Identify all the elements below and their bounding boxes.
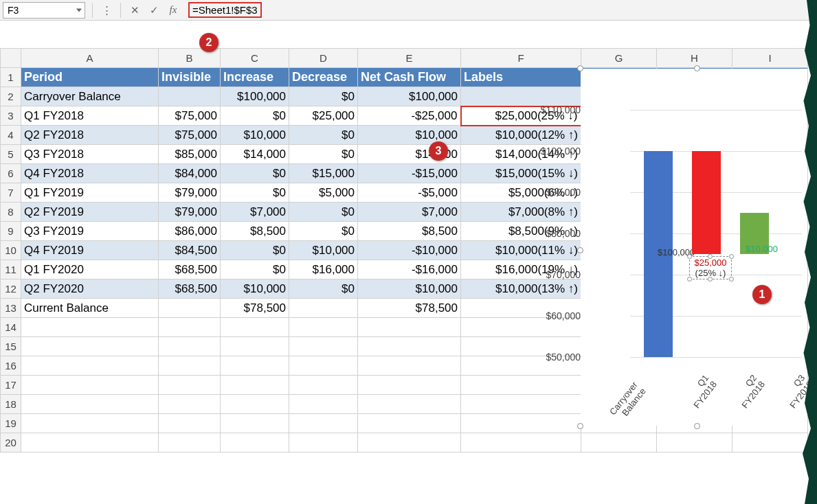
cell[interactable]: Carryover Balance — [21, 87, 159, 106]
cell[interactable] — [221, 414, 289, 433]
cell[interactable] — [289, 433, 358, 453]
formula-input[interactable]: =Sheet1!$F$3 — [183, 1, 817, 19]
row-header[interactable]: 6 — [1, 164, 21, 183]
cell[interactable] — [21, 318, 159, 337]
cell[interactable] — [358, 356, 461, 376]
cell[interactable]: -$10,000 — [358, 241, 461, 260]
cell[interactable]: $8,500 — [358, 222, 461, 241]
row-header[interactable]: 17 — [1, 376, 21, 395]
cell[interactable] — [21, 376, 159, 395]
cell[interactable]: Decrease — [289, 68, 358, 87]
cell[interactable]: $15,000 — [289, 164, 358, 183]
cell[interactable]: $25,000 — [289, 106, 358, 126]
cell[interactable]: $8,500 — [221, 222, 289, 241]
row-header[interactable]: 19 — [1, 414, 21, 433]
row-header[interactable]: 20 — [1, 433, 21, 453]
cell[interactable]: Q4 FY2018 — [21, 164, 159, 183]
cell[interactable]: Q2 FY2020 — [21, 279, 159, 299]
enter-formula-icon[interactable]: ✓ — [144, 4, 164, 16]
cell[interactable]: $0 — [289, 87, 358, 106]
cell[interactable] — [159, 87, 221, 106]
cell[interactable]: $79,000 — [159, 203, 221, 222]
cell[interactable] — [289, 395, 358, 414]
cell[interactable]: Invisible — [159, 68, 221, 87]
cell[interactable] — [358, 318, 461, 337]
cell[interactable] — [221, 356, 289, 376]
col-header-F[interactable]: F — [461, 49, 581, 68]
cell[interactable] — [221, 433, 289, 453]
cell[interactable]: $10,000 — [221, 279, 289, 299]
cell[interactable] — [221, 318, 289, 337]
cell[interactable]: $0 — [221, 241, 289, 260]
col-header-E[interactable]: E — [358, 49, 461, 68]
cell[interactable]: $0 — [289, 126, 358, 145]
fx-icon[interactable]: fx — [164, 4, 183, 16]
row-header[interactable]: 1 — [1, 68, 21, 87]
col-header-A[interactable]: A — [21, 49, 159, 68]
cell[interactable] — [159, 376, 221, 395]
cell[interactable]: Net Cash Flow — [358, 68, 461, 87]
chevron-down-icon[interactable] — [76, 8, 82, 12]
cell[interactable]: Increase — [221, 68, 289, 87]
cell[interactable]: $79,000 — [159, 183, 221, 203]
col-header-I[interactable]: I — [732, 49, 808, 68]
cell[interactable] — [732, 433, 808, 453]
cell[interactable]: Current Balance — [21, 299, 159, 318]
cell[interactable] — [581, 433, 657, 453]
row-header[interactable]: 16 — [1, 356, 21, 376]
cell[interactable]: $0 — [221, 106, 289, 126]
cell[interactable] — [657, 433, 732, 453]
cell[interactable] — [289, 318, 358, 337]
cell[interactable] — [289, 414, 358, 433]
cell[interactable]: Q1 FY2019 — [21, 183, 159, 203]
cell[interactable]: $0 — [289, 222, 358, 241]
cell[interactable]: $5,000 — [289, 183, 358, 203]
row-header[interactable]: 8 — [1, 203, 21, 222]
cell[interactable]: Q2 FY2018 — [21, 126, 159, 145]
ellipsis-icon[interactable]: ⋮ — [97, 4, 116, 16]
cell[interactable]: $0 — [289, 145, 358, 164]
chart-selection-handle[interactable] — [694, 423, 700, 429]
cell[interactable] — [289, 299, 358, 318]
cell[interactable]: $7,000 — [221, 203, 289, 222]
cell[interactable]: $78,500 — [221, 299, 289, 318]
cell[interactable]: $0 — [221, 164, 289, 183]
corner-cell[interactable] — [1, 49, 21, 68]
cell[interactable]: Labels — [461, 68, 581, 87]
cell[interactable]: $0 — [221, 183, 289, 203]
cell[interactable]: $85,000 — [159, 145, 221, 164]
cell[interactable]: $100,000 — [221, 87, 289, 106]
cell[interactable] — [358, 433, 461, 453]
cell[interactable]: $10,000 — [289, 241, 358, 260]
cell[interactable] — [221, 395, 289, 414]
waterfall-chart[interactable]: $110,000 $100,000 $90,000 $80,000 $70,00… — [581, 69, 807, 426]
cell[interactable] — [358, 395, 461, 414]
cell[interactable]: $16,000 — [289, 260, 358, 279]
cell[interactable]: $10,000(11% ↓) — [461, 241, 581, 260]
cell[interactable]: -$15,000 — [358, 164, 461, 183]
cell[interactable] — [21, 395, 159, 414]
cell[interactable]: $100,000 — [358, 87, 461, 106]
col-header-H[interactable]: H — [657, 49, 732, 68]
cell[interactable]: -$25,000 — [358, 106, 461, 126]
row-header[interactable]: 13 — [1, 299, 21, 318]
cell[interactable] — [289, 337, 358, 356]
row-header[interactable]: 3 — [1, 106, 21, 126]
cell[interactable]: $84,500 — [159, 241, 221, 260]
row-header[interactable]: 7 — [1, 183, 21, 203]
cell[interactable]: $78,500 — [358, 299, 461, 318]
cell[interactable] — [461, 395, 581, 414]
cell[interactable] — [159, 318, 221, 337]
cell[interactable]: $10,000 — [358, 279, 461, 299]
row-header[interactable]: 11 — [1, 260, 21, 279]
cell[interactable] — [461, 414, 581, 433]
cell[interactable] — [21, 433, 159, 453]
cell[interactable] — [21, 356, 159, 376]
cell[interactable]: $10,000 — [358, 126, 461, 145]
cell[interactable] — [358, 337, 461, 356]
row-header[interactable]: 15 — [1, 337, 21, 356]
cell[interactable]: $10,000(13% ↑) — [461, 279, 581, 299]
cell[interactable] — [159, 414, 221, 433]
cell[interactable] — [289, 356, 358, 376]
cell[interactable]: $0 — [289, 203, 358, 222]
